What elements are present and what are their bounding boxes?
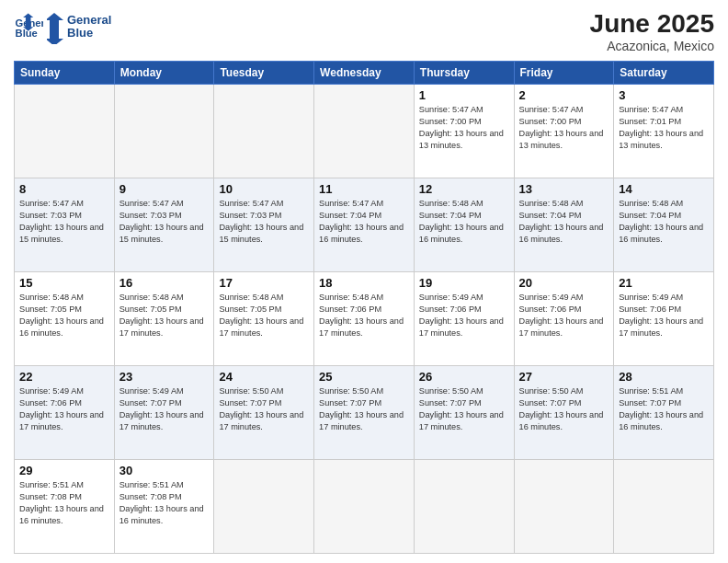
page-title: June 2025 [590, 9, 714, 39]
calendar-cell [214, 85, 314, 178]
day-number: 29 [19, 464, 109, 477]
title-block: June 2025 Acazonica, Mexico [590, 9, 714, 53]
calendar-cell [314, 460, 415, 554]
calendar-cell: 29 Sunrise: 5:51 AM Sunset: 7:08 PM Dayl… [15, 460, 115, 554]
calendar-cell: 19 Sunrise: 5:49 AM Sunset: 7:06 PM Dayl… [414, 272, 514, 366]
day-number: 10 [219, 182, 309, 196]
calendar-cell [614, 460, 714, 554]
col-saturday: Saturday [614, 62, 714, 85]
cell-info: Sunrise: 5:49 AM Sunset: 7:07 PM Dayligh… [119, 385, 210, 433]
header: General Blue General Blue June 2025 Acaz… [14, 9, 714, 53]
cell-info: Sunrise: 5:50 AM Sunset: 7:07 PM Dayligh… [419, 385, 509, 433]
svg-text:Blue: Blue [67, 26, 93, 40]
calendar-cell [214, 460, 314, 554]
cell-info: Sunrise: 5:51 AM Sunset: 7:07 PM Dayligh… [619, 385, 709, 433]
calendar-cell: 21 Sunrise: 5:49 AM Sunset: 7:06 PM Dayl… [614, 272, 714, 366]
logo-svg: General Blue [47, 9, 120, 44]
calendar-cell: 18 Sunrise: 5:48 AM Sunset: 7:06 PM Dayl… [314, 272, 415, 366]
calendar-cell: 28 Sunrise: 5:51 AM Sunset: 7:07 PM Dayl… [614, 366, 714, 460]
cell-info: Sunrise: 5:50 AM Sunset: 7:07 PM Dayligh… [519, 385, 609, 433]
page: General Blue General Blue June 2025 Acaz… [0, 0, 728, 563]
page-subtitle: Acazonica, Mexico [590, 39, 714, 53]
logo: General Blue General Blue [14, 9, 120, 44]
calendar-cell: 10 Sunrise: 5:47 AM Sunset: 7:03 PM Dayl… [214, 178, 314, 272]
svg-marker-5 [47, 13, 63, 44]
calendar-cell: 12 Sunrise: 5:48 AM Sunset: 7:04 PM Dayl… [414, 178, 514, 272]
day-number: 26 [419, 370, 509, 384]
cell-info: Sunrise: 5:47 AM Sunset: 7:03 PM Dayligh… [19, 198, 109, 246]
calendar-cell: 13 Sunrise: 5:48 AM Sunset: 7:04 PM Dayl… [514, 178, 614, 272]
day-number: 28 [619, 370, 709, 384]
cell-info: Sunrise: 5:48 AM Sunset: 7:05 PM Dayligh… [119, 292, 210, 339]
calendar-cell: 22 Sunrise: 5:49 AM Sunset: 7:06 PM Dayl… [15, 366, 115, 460]
cell-info: Sunrise: 5:48 AM Sunset: 7:04 PM Dayligh… [419, 198, 509, 246]
day-number: 16 [119, 276, 210, 290]
day-number: 11 [319, 182, 409, 196]
calendar-cell [314, 85, 415, 178]
calendar-cell: 17 Sunrise: 5:48 AM Sunset: 7:05 PM Dayl… [214, 272, 314, 366]
calendar-cell: 20 Sunrise: 5:49 AM Sunset: 7:06 PM Dayl… [514, 272, 614, 366]
calendar-table: Sunday Monday Tuesday Wednesday Thursday… [14, 61, 714, 554]
col-sunday: Sunday [15, 62, 115, 85]
calendar-cell: 15 Sunrise: 5:48 AM Sunset: 7:05 PM Dayl… [15, 272, 115, 366]
calendar-cell: 8 Sunrise: 5:47 AM Sunset: 7:03 PM Dayli… [15, 178, 115, 272]
calendar-cell: 23 Sunrise: 5:49 AM Sunset: 7:07 PM Dayl… [114, 366, 214, 460]
cell-info: Sunrise: 5:47 AM Sunset: 7:03 PM Dayligh… [219, 198, 309, 246]
cell-info: Sunrise: 5:51 AM Sunset: 7:08 PM Dayligh… [19, 479, 109, 527]
calendar-cell [414, 460, 514, 554]
cell-info: Sunrise: 5:50 AM Sunset: 7:07 PM Dayligh… [319, 385, 409, 433]
day-number: 9 [119, 182, 210, 196]
col-friday: Friday [514, 62, 614, 85]
day-number: 17 [219, 276, 309, 290]
cell-info: Sunrise: 5:48 AM Sunset: 7:04 PM Dayligh… [519, 198, 609, 246]
cell-info: Sunrise: 5:49 AM Sunset: 7:06 PM Dayligh… [419, 292, 509, 339]
day-number: 8 [19, 182, 109, 196]
cell-info: Sunrise: 5:47 AM Sunset: 7:01 PM Dayligh… [619, 104, 709, 152]
calendar-cell: 14 Sunrise: 5:48 AM Sunset: 7:04 PM Dayl… [614, 178, 714, 272]
calendar-cell: 30 Sunrise: 5:51 AM Sunset: 7:08 PM Dayl… [114, 460, 214, 554]
day-number: 13 [519, 182, 609, 196]
day-number: 30 [119, 464, 210, 477]
day-number: 19 [419, 276, 509, 290]
cell-info: Sunrise: 5:51 AM Sunset: 7:08 PM Dayligh… [119, 479, 210, 527]
calendar-cell: 26 Sunrise: 5:50 AM Sunset: 7:07 PM Dayl… [414, 366, 514, 460]
logo-icon: General Blue [14, 12, 43, 41]
cell-info: Sunrise: 5:47 AM Sunset: 7:04 PM Dayligh… [319, 198, 409, 246]
day-number: 15 [19, 276, 109, 290]
cell-info: Sunrise: 5:49 AM Sunset: 7:06 PM Dayligh… [519, 292, 609, 339]
cell-info: Sunrise: 5:48 AM Sunset: 7:05 PM Dayligh… [219, 292, 309, 339]
cell-info: Sunrise: 5:49 AM Sunset: 7:06 PM Dayligh… [619, 292, 709, 339]
calendar-cell [114, 85, 214, 178]
calendar-cell: 25 Sunrise: 5:50 AM Sunset: 7:07 PM Dayl… [314, 366, 415, 460]
calendar-cell: 27 Sunrise: 5:50 AM Sunset: 7:07 PM Dayl… [514, 366, 614, 460]
calendar-header-row: Sunday Monday Tuesday Wednesday Thursday… [15, 62, 714, 85]
col-wednesday: Wednesday [314, 62, 415, 85]
day-number: 24 [219, 370, 309, 384]
cell-info: Sunrise: 5:47 AM Sunset: 7:00 PM Dayligh… [519, 104, 609, 152]
day-number: 20 [519, 276, 609, 290]
calendar-cell [514, 460, 614, 554]
day-number: 23 [119, 370, 210, 384]
day-number: 12 [419, 182, 509, 196]
cell-info: Sunrise: 5:48 AM Sunset: 7:05 PM Dayligh… [19, 292, 109, 339]
cell-info: Sunrise: 5:48 AM Sunset: 7:06 PM Dayligh… [319, 292, 409, 339]
cell-info: Sunrise: 5:47 AM Sunset: 7:03 PM Dayligh… [119, 198, 210, 246]
col-tuesday: Tuesday [214, 62, 314, 85]
day-number: 1 [419, 88, 509, 102]
day-number: 21 [619, 276, 709, 290]
day-number: 14 [619, 182, 709, 196]
calendar-cell [15, 85, 115, 178]
logo-text-block: General Blue [47, 9, 120, 44]
cell-info: Sunrise: 5:48 AM Sunset: 7:04 PM Dayligh… [619, 198, 709, 246]
day-number: 27 [519, 370, 609, 384]
calendar-cell: 1 Sunrise: 5:47 AM Sunset: 7:00 PM Dayli… [414, 85, 514, 178]
day-number: 22 [19, 370, 109, 384]
cell-info: Sunrise: 5:47 AM Sunset: 7:00 PM Dayligh… [419, 104, 509, 152]
day-number: 25 [319, 370, 409, 384]
cell-info: Sunrise: 5:49 AM Sunset: 7:06 PM Dayligh… [19, 385, 109, 433]
calendar-cell: 11 Sunrise: 5:47 AM Sunset: 7:04 PM Dayl… [314, 178, 415, 272]
day-number: 2 [519, 88, 609, 102]
calendar-cell: 16 Sunrise: 5:48 AM Sunset: 7:05 PM Dayl… [114, 272, 214, 366]
calendar-cell: 24 Sunrise: 5:50 AM Sunset: 7:07 PM Dayl… [214, 366, 314, 460]
col-thursday: Thursday [414, 62, 514, 85]
